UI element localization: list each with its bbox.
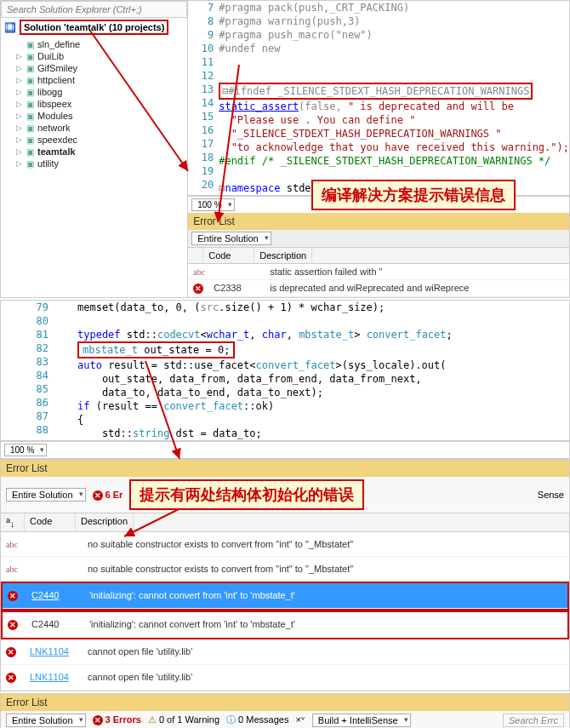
search-input[interactable]: Search Solution Explorer (Ctrl+;)	[1, 1, 187, 18]
error-icon: ✕	[8, 591, 18, 601]
error-rows: abcstatic assertion failed with "✕C2338 …	[188, 264, 569, 297]
error-row[interactable]: ✕C2440'initializing': cannot convert fro…	[3, 583, 567, 609]
project-item[interactable]: ▷▣teamtalk	[4, 146, 187, 158]
expand-icon[interactable]: ▷	[16, 112, 23, 120]
error-count[interactable]: ✕ 3 Errors	[93, 714, 141, 725]
error-row[interactable]: ✕LNK1104cannot open file 'utility.lib'	[1, 639, 569, 665]
project-item[interactable]: ▷▣network	[4, 122, 187, 134]
zoom-dropdown[interactable]: 100 %	[191, 198, 234, 211]
project-icon: ▣	[26, 159, 34, 169]
line-gutter: 79808182838485868788	[1, 301, 54, 440]
abc-icon: abc	[6, 565, 18, 574]
warning-icon: ⚠	[148, 714, 157, 725]
callout-2: 提示有两处结构体初始化的错误	[129, 479, 364, 510]
project-item[interactable]: ▷▣Modules	[4, 110, 187, 122]
expand-icon[interactable]: ▷	[16, 147, 23, 156]
project-item[interactable]: ▷▣DuiLib	[4, 50, 187, 62]
filter-icon[interactable]: ×ᵛ	[295, 714, 305, 725]
scope-dropdown[interactable]: Entire Solution	[6, 714, 86, 727]
error-rows: abcno suitable constructor exists to con…	[1, 532, 569, 691]
abc-icon: abc	[6, 540, 18, 549]
project-item[interactable]: ▷▣GifSmiley	[4, 62, 187, 74]
error-icon: ✕	[193, 284, 203, 294]
code-editor[interactable]: memset(data_to, 0, (src.size() + 1) * wc…	[54, 301, 569, 440]
error-row[interactable]: abcno suitable constructor exists to con…	[1, 532, 569, 557]
project-item[interactable]: ▷▣libspeex	[4, 98, 187, 110]
project-icon: ▣	[26, 76, 34, 85]
error-count[interactable]: ✕ 6 Er	[93, 490, 123, 501]
error-icon: ✕	[93, 490, 103, 501]
project-item[interactable]: ▷▣speexdec	[4, 134, 187, 146]
error-icon: ✕	[6, 647, 16, 657]
project-icon: ▣	[26, 100, 34, 109]
expand-icon[interactable]: ▷	[16, 76, 23, 84]
project-item[interactable]: ▷▣httpclient	[4, 74, 187, 86]
project-icon: ▣	[26, 123, 34, 133]
expand-icon[interactable]: ▷	[16, 100, 23, 108]
col-icon[interactable]: a↓	[1, 513, 25, 531]
error-icon: ✕	[93, 715, 103, 725]
error-row[interactable]: ✕C2440'initializing': cannot convert fro…	[3, 612, 567, 638]
col-code[interactable]: Code	[25, 513, 76, 531]
project-item[interactable]: ▣sln_define	[4, 38, 187, 50]
expand-icon[interactable]: ▷	[16, 52, 23, 60]
project-icon: ▣	[26, 112, 34, 121]
error-row[interactable]: ✕C2338 is deprecated and wiReprecated an…	[188, 280, 569, 297]
col-desc[interactable]: Description	[254, 248, 312, 263]
project-icon: ▣	[26, 147, 34, 157]
project-item[interactable]: ▷▣utility	[4, 158, 187, 169]
code-editor[interactable]: #pragma pack(push,_CRT_PACKING)#pragma w…	[219, 1, 569, 195]
build-dropdown[interactable]: Build + IntelliSense	[312, 714, 411, 727]
search-errors[interactable]: Search Errc	[503, 714, 564, 727]
expand-icon[interactable]: ▷	[16, 88, 23, 96]
project-tree: ▣sln_define▷▣DuiLib▷▣GifSmiley▷▣httpclie…	[1, 37, 187, 176]
project-icon: ▣	[26, 88, 34, 97]
project-icon: ▣	[26, 40, 34, 49]
error-list-header: Error List	[188, 213, 569, 230]
solution-icon: 🛄	[4, 22, 16, 33]
scope-dropdown[interactable]: Entire Solution	[191, 232, 271, 245]
error-row[interactable]: ✕LNK1104cannot open file 'utility.lib'	[1, 665, 569, 691]
warning-count[interactable]: ⚠ 0 of 1 Warning	[148, 714, 219, 725]
callout-1: 编译解决方案提示错误信息	[311, 180, 516, 210]
expand-icon[interactable]: ▷	[16, 159, 23, 168]
col-code[interactable]: Code	[203, 248, 254, 263]
expand-icon[interactable]: ▷	[16, 64, 23, 72]
error-row[interactable]: abcstatic assertion failed with "	[188, 264, 569, 280]
error-icon: ✕	[8, 620, 18, 630]
error-row[interactable]: abcno suitable constructor exists to con…	[1, 557, 569, 582]
project-icon: ▣	[26, 135, 34, 145]
message-count[interactable]: ⓘ 0 Messages	[226, 714, 288, 726]
abc-icon: abc	[193, 267, 205, 277]
project-item[interactable]: ▷▣libogg	[4, 86, 187, 98]
expand-icon[interactable]: ▷	[16, 135, 23, 144]
error-icon: ✕	[6, 673, 16, 683]
intellisense-label: Sense	[538, 490, 564, 500]
project-icon: ▣	[26, 64, 34, 73]
solution-root[interactable]: Solution 'teamtalk' (10 projects)	[20, 20, 168, 35]
zoom-dropdown[interactable]: 100 %	[4, 444, 47, 456]
expand-icon[interactable]: ▷	[16, 123, 23, 132]
line-gutter: 7891011121314151617181920	[188, 1, 219, 195]
project-icon: ▣	[26, 52, 34, 61]
solution-explorer: Search Solution Explorer (Ctrl+;) 🛄 Solu…	[1, 1, 188, 297]
info-icon: ⓘ	[226, 714, 236, 725]
error-list-header: Error List	[1, 460, 569, 477]
scope-dropdown[interactable]: Entire Solution	[6, 488, 86, 502]
col-desc[interactable]: Description	[76, 513, 134, 531]
error-list-header: Error List	[1, 694, 569, 711]
